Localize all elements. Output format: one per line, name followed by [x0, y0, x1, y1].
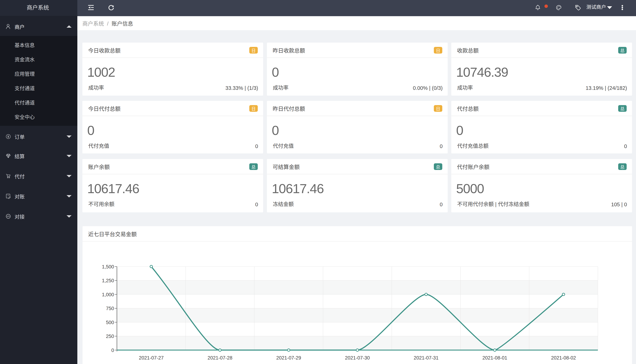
svg-text:2021-08-01: 2021-08-01	[482, 355, 507, 360]
svg-text:0: 0	[111, 348, 114, 353]
svg-text:2021-07-29: 2021-07-29	[276, 355, 301, 360]
svg-text:?: ?	[7, 194, 9, 197]
svg-text:500: 500	[106, 320, 114, 325]
svg-text:1,250: 1,250	[102, 278, 114, 283]
svg-text:2021-08-02: 2021-08-02	[551, 355, 576, 360]
svg-text:1,500: 1,500	[102, 264, 114, 270]
svg-text:750: 750	[106, 306, 114, 311]
svg-text:1,000: 1,000	[102, 292, 114, 297]
svg-text:2021-07-31: 2021-07-31	[414, 355, 439, 360]
svg-text:2021-07-28: 2021-07-28	[208, 355, 232, 360]
svg-text:2021-07-30: 2021-07-30	[345, 355, 370, 360]
svg-text:250: 250	[106, 334, 114, 339]
svg-text:2021-07-27: 2021-07-27	[139, 355, 164, 360]
